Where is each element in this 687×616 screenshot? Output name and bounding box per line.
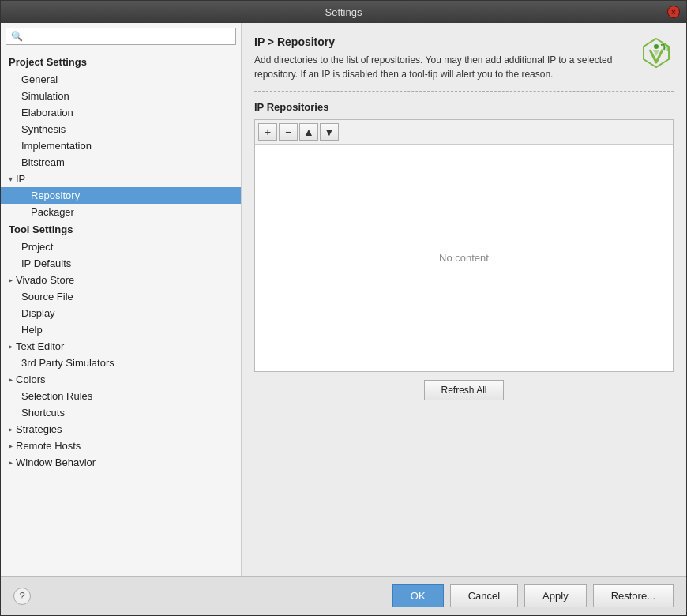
sidebar-item-display[interactable]: Display xyxy=(1,305,241,321)
move-down-button[interactable]: ▼ xyxy=(320,123,339,141)
titlebar: Settings × xyxy=(1,1,686,23)
remove-repository-button[interactable]: − xyxy=(279,123,298,141)
panel-title: IP > Repository xyxy=(254,36,631,48)
tool-settings-header: Tool Settings xyxy=(1,220,241,239)
sidebar-item-window-behavior-label: Window Behavior xyxy=(16,456,96,468)
search-box: 🔍 xyxy=(6,28,236,45)
vivado-store-arrow-icon: ▸ xyxy=(9,276,13,284)
sidebar-item-strategies-label: Strategies xyxy=(16,423,62,435)
sidebar-item-strategies[interactable]: ▸ Strategies xyxy=(1,421,241,438)
sidebar-item-colors[interactable]: ▸ Colors xyxy=(1,371,241,388)
panel-description: Add directories to the list of repositor… xyxy=(254,53,631,81)
repo-content-area: No content xyxy=(255,145,673,371)
sidebar-item-window-behavior[interactable]: ▸ Window Behavior xyxy=(1,454,241,471)
refresh-all-button[interactable]: Refresh All xyxy=(424,380,503,400)
move-up-button[interactable]: ▲ xyxy=(299,123,318,141)
vivado-logo xyxy=(639,36,674,70)
sidebar-item-help[interactable]: Help xyxy=(1,321,241,338)
sidebar-item-selection-rules[interactable]: Selection Rules xyxy=(1,388,241,404)
close-button[interactable]: × xyxy=(667,6,680,18)
sidebar-item-vivado-store-label: Vivado Store xyxy=(16,274,74,286)
panel-header: IP > Repository Add directories to the l… xyxy=(254,36,674,81)
sidebar-item-general[interactable]: General xyxy=(1,71,241,88)
ip-arrow-icon: ▾ xyxy=(9,175,13,183)
text-editor-arrow-icon: ▸ xyxy=(9,342,13,351)
cancel-button[interactable]: Cancel xyxy=(450,584,518,607)
ip-repositories-title: IP Repositories xyxy=(254,101,674,113)
svg-point-1 xyxy=(654,44,659,49)
sidebar-item-ip-defaults[interactable]: IP Defaults xyxy=(1,255,241,272)
ip-repositories-box: + − ▲ ▼ No content xyxy=(254,119,674,372)
colors-arrow-icon: ▸ xyxy=(9,375,13,384)
left-panel: 🔍 Project Settings General Simulation El… xyxy=(1,23,242,576)
sidebar-item-ip[interactable]: ▾ IP xyxy=(1,171,241,187)
right-panel: IP > Repository Add directories to the l… xyxy=(242,23,686,576)
sidebar-item-remote-hosts-label: Remote Hosts xyxy=(16,440,81,452)
bottom-bar: ? OK Cancel Apply Restore... xyxy=(1,576,686,615)
help-button[interactable]: ? xyxy=(13,588,31,605)
project-settings-header: Project Settings xyxy=(1,53,241,71)
settings-dialog: Settings × 🔍 Project Settings General Si… xyxy=(0,0,687,616)
sidebar-item-colors-label: Colors xyxy=(16,374,46,385)
sidebar-item-text-editor[interactable]: ▸ Text Editor xyxy=(1,338,241,355)
sidebar-item-packager[interactable]: Packager xyxy=(1,204,241,220)
sidebar-item-text-editor-label: Text Editor xyxy=(16,340,64,352)
sidebar-item-implementation[interactable]: Implementation xyxy=(1,137,241,154)
remote-hosts-arrow-icon: ▸ xyxy=(9,441,13,450)
sidebar-item-project[interactable]: Project xyxy=(1,239,241,255)
add-repository-button[interactable]: + xyxy=(258,123,277,141)
section-divider xyxy=(254,91,674,92)
sidebar-item-vivado-store[interactable]: ▸ Vivado Store xyxy=(1,272,241,288)
sidebar-item-bitstream[interactable]: Bitstream xyxy=(1,154,241,171)
sidebar-item-remote-hosts[interactable]: ▸ Remote Hosts xyxy=(1,438,241,454)
strategies-arrow-icon: ▸ xyxy=(9,425,13,434)
refresh-row: Refresh All xyxy=(254,380,674,400)
apply-button[interactable]: Apply xyxy=(524,584,587,607)
sidebar-item-synthesis[interactable]: Synthesis xyxy=(1,121,241,137)
sidebar-item-3rd-party-simulators[interactable]: 3rd Party Simulators xyxy=(1,355,241,371)
sidebar-item-simulation[interactable]: Simulation xyxy=(1,88,241,104)
tree: Project Settings General Simulation Elab… xyxy=(1,50,241,576)
sidebar-item-ip-label: IP xyxy=(16,173,25,185)
sidebar-item-elaboration[interactable]: Elaboration xyxy=(1,104,241,121)
main-content: 🔍 Project Settings General Simulation El… xyxy=(1,23,686,576)
bottom-actions: OK Cancel Apply Restore... xyxy=(392,584,674,607)
sidebar-item-source-file[interactable]: Source File xyxy=(1,288,241,305)
window-behavior-arrow-icon: ▸ xyxy=(9,458,13,467)
panel-header-text: IP > Repository Add directories to the l… xyxy=(254,36,631,81)
restore-button[interactable]: Restore... xyxy=(593,584,674,607)
dialog-title: Settings xyxy=(325,6,362,18)
ok-button[interactable]: OK xyxy=(392,584,444,607)
no-content-label: No content xyxy=(439,252,489,264)
sidebar-item-shortcuts[interactable]: Shortcuts xyxy=(1,404,241,421)
repo-toolbar: + − ▲ ▼ xyxy=(255,120,673,145)
search-icon: 🔍 xyxy=(11,31,23,42)
sidebar-item-repository[interactable]: Repository xyxy=(1,187,241,204)
search-input[interactable] xyxy=(26,31,231,42)
